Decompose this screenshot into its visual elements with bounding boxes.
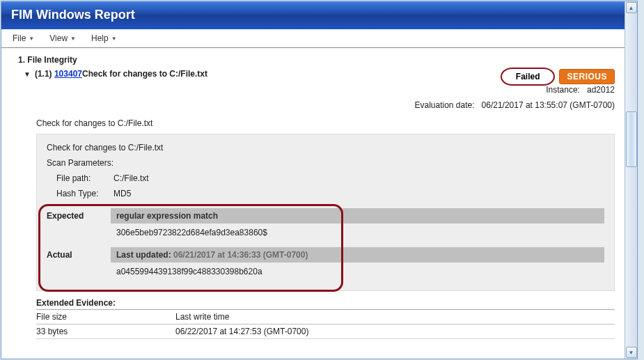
- check-prefix: (1.1): [35, 69, 52, 79]
- vertical-scrollbar[interactable]: ▲ ▼: [625, 1, 637, 359]
- compare-block: Expected regular expression match 306e5b…: [47, 208, 604, 279]
- expected-value-row: 306e5beb9723822d684efa9d3ea83860$: [47, 226, 604, 240]
- menu-help[interactable]: Help ▼: [84, 31, 124, 45]
- menu-file-label: File: [13, 33, 26, 43]
- param-hash-type: Hash Type: MD5: [47, 187, 604, 203]
- expected-label: Expected: [47, 211, 101, 221]
- eval-date-label: Evaluation date:: [414, 98, 474, 114]
- hash-type-label: Hash Type:: [56, 189, 105, 198]
- title-bar: FIM Windows Report: [1, 1, 625, 29]
- eval-date-value: 06/21/2017 at 13:55:07 (GMT-0700): [482, 100, 615, 110]
- menu-view-label: View: [49, 33, 68, 43]
- hash-type-value: MD5: [113, 189, 131, 198]
- scroll-up-button[interactable]: ▲: [626, 2, 637, 13]
- panel-title: Check for changes to C:/File.txt: [47, 141, 604, 158]
- evidence-filesize-head: File size: [36, 310, 175, 324]
- caret-down-icon: ▼: [70, 36, 76, 42]
- check-title: Check for changes to C:/File.txt: [82, 69, 207, 79]
- menu-help-label: Help: [91, 33, 109, 43]
- window-frame: FIM Windows Report File ▼ View ▼ Help ▼ …: [1, 1, 638, 359]
- instance-value: ad2012: [587, 85, 615, 95]
- evidence-filesize-val: 33 bytes: [36, 324, 175, 339]
- status-highlight: Failed: [501, 68, 556, 86]
- actual-bar-timestamp: 06/21/2017 at 14:36:33 (GMT-0700): [173, 250, 308, 260]
- menu-view[interactable]: View ▼: [42, 31, 83, 45]
- scroll-down-button[interactable]: ▼: [626, 347, 637, 358]
- scroll-thumb[interactable]: [626, 111, 637, 167]
- check-subtitle: Check for changes to C:/File.txt: [11, 113, 615, 134]
- file-path-label: File path:: [56, 173, 105, 183]
- evidence-heading: Extended Evidence:: [36, 298, 615, 310]
- extended-evidence: Extended Evidence: File size 33 bytes La…: [36, 298, 615, 339]
- menu-bar: File ▼ View ▼ Help ▼: [1, 29, 625, 48]
- scan-panel: Check for changes to C:/File.txt Scan Pa…: [36, 134, 615, 291]
- caret-down-icon: ▼: [111, 36, 117, 42]
- collapse-toggle-icon[interactable]: ▼: [24, 70, 31, 78]
- expected-bar: regular expression match: [111, 208, 604, 224]
- evidence-writetime-val: 06/22/2017 at 14:27:53 (GMT-0700): [175, 324, 615, 339]
- status-failed: Failed: [510, 70, 546, 83]
- content-area: 1. File Integrity ▼ (1.1) 103407 Check f…: [1, 48, 625, 349]
- actual-label: Actual: [47, 250, 101, 260]
- evidence-col-filesize: File size 33 bytes: [36, 310, 175, 339]
- evidence-col-writetime: Last write time 06/22/2017 at 14:27:53 (…: [175, 310, 615, 339]
- file-path-value: C:/File.txt: [113, 173, 149, 183]
- check-row: ▼ (1.1) 103407 Check for changes to C:/F…: [11, 69, 615, 79]
- title-text: FIM Windows Report: [11, 8, 135, 22]
- actual-value-row: a0455994439138f99c488330398b620a: [47, 265, 604, 279]
- section-heading: 1. File Integrity: [11, 52, 615, 69]
- param-file-path: File path: C:/File.txt: [47, 172, 604, 187]
- actual-bar: Last updated: 06/21/2017 at 14:36:33 (GM…: [111, 247, 604, 263]
- caret-down-icon: ▼: [29, 36, 34, 42]
- severity-badge: SERIOUS: [559, 69, 615, 84]
- actual-bar-prefix: Last updated:: [116, 250, 173, 260]
- evidence-table: File size 33 bytes Last write time 06/22…: [36, 310, 615, 339]
- menu-file[interactable]: File ▼: [6, 31, 41, 45]
- meta-block: Instance: ad2012 Evaluation date: 06/21/…: [11, 83, 615, 113]
- evidence-writetime-head: Last write time: [175, 310, 615, 324]
- params-heading: Scan Parameters:: [47, 158, 604, 172]
- actual-value: a0455994439138f99c488330398b620a: [111, 265, 268, 279]
- expected-row: Expected regular expression match: [47, 208, 604, 224]
- check-id-link[interactable]: 103407: [54, 69, 82, 79]
- expected-value: 306e5beb9723822d684efa9d3ea83860$: [111, 226, 273, 240]
- status-wrap: Failed SERIOUS: [501, 68, 615, 86]
- actual-row: Actual Last updated: 06/21/2017 at 14:36…: [47, 247, 604, 263]
- scroll-area: FIM Windows Report File ▼ View ▼ Help ▼ …: [1, 1, 625, 359]
- scroll-track[interactable]: [626, 14, 637, 346]
